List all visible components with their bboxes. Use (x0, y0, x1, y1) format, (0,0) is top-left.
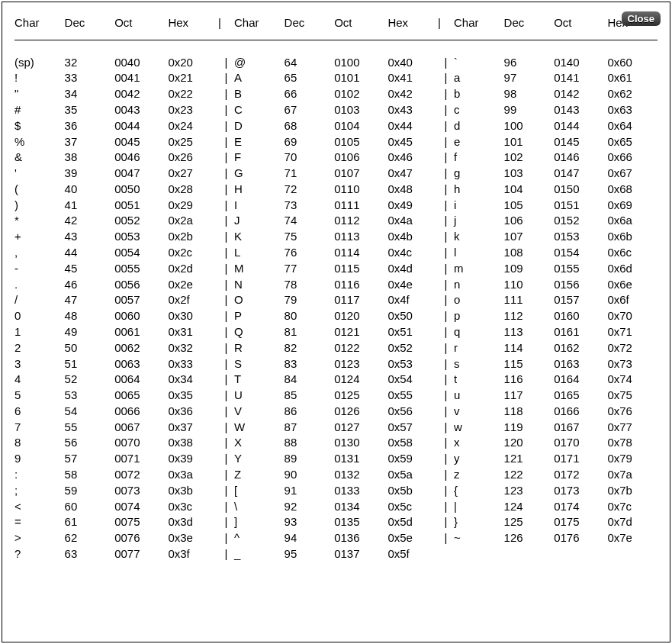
cell-oct: 0106 (334, 149, 387, 165)
col-char: Char (14, 13, 65, 40)
table-row: <6000740x3c|\9201340x5c||12401740x7c (14, 498, 658, 514)
cell-oct: 0144 (554, 118, 607, 134)
cell-char: r (454, 340, 504, 356)
cell-char: Y (234, 450, 285, 466)
cell-char: | (454, 498, 504, 514)
table-row: 85600700x38|X8801300x58|x12001700x78 (14, 435, 658, 451)
cell-hex: 0x39 (168, 450, 218, 466)
cell-oct: 0112 (334, 213, 387, 229)
cell-char: V (234, 403, 285, 419)
cell-char: o (454, 292, 504, 308)
cell-dec: 98 (504, 85, 555, 101)
cell-char: ; (14, 482, 65, 498)
cell-oct: 0166 (554, 403, 607, 419)
cell-char: & (14, 149, 65, 165)
cell-hex: 0x7d (607, 514, 658, 530)
cell-dec: 108 (504, 244, 555, 260)
cell-char: 6 (14, 403, 65, 419)
row-sep: | (218, 54, 234, 70)
cell-char: E (234, 134, 285, 150)
row-sep: | (438, 101, 454, 118)
row-sep: | (438, 514, 454, 530)
table-row: >6200760x3e|^9401360x5e|~12601760x7e (14, 530, 658, 546)
cell-dec: 112 (504, 308, 555, 324)
cell-hex: 0x62 (607, 85, 658, 101)
row-sep: | (218, 482, 234, 498)
row-sep: | (438, 308, 454, 324)
cell-hex: 0x5c (387, 498, 438, 514)
cell-dec: 41 (65, 197, 115, 213)
cell-dec: 86 (285, 403, 335, 419)
cell-dec: 71 (285, 165, 335, 181)
cell-dec: 70 (285, 149, 335, 165)
cell-oct: 0147 (554, 165, 607, 181)
cell-dec: 67 (285, 101, 335, 118)
row-sep: | (218, 356, 234, 372)
cell-dec: 111 (504, 292, 555, 308)
cell-char: x (454, 435, 504, 451)
row-sep: | (438, 260, 454, 276)
cell-hex: 0x50 (387, 308, 438, 324)
cell-char: i (454, 197, 504, 213)
cell-char: D (234, 118, 285, 134)
cell-hex: 0x27 (168, 165, 218, 181)
cell-hex: 0x32 (168, 340, 218, 356)
cell-char: % (14, 134, 65, 150)
cell-hex: 0x4b (387, 228, 438, 244)
cell-oct (554, 546, 607, 562)
cell-hex: 0x5f (387, 546, 438, 562)
cell-dec: 106 (504, 213, 555, 229)
cell-hex: 0x46 (387, 149, 438, 165)
cell-dec: 118 (504, 403, 555, 419)
cell-oct: 0045 (114, 134, 168, 150)
cell-dec: 102 (504, 149, 555, 165)
cell-hex: 0x37 (168, 419, 218, 435)
cell-oct: 0065 (114, 387, 168, 403)
cell-dec: 61 (65, 514, 115, 530)
ascii-table-panel: Close Char Dec Oct Hex | Char Dec Oct He… (2, 2, 670, 642)
row-sep: | (438, 276, 454, 292)
cell-oct: 0153 (554, 228, 607, 244)
cell-oct: 0051 (114, 197, 168, 213)
cell-oct: 0121 (334, 324, 387, 340)
table-row: ?6300770x3f|_9501370x5f (14, 546, 658, 562)
row-sep: | (218, 181, 234, 197)
cell-dec: 39 (65, 165, 115, 181)
table-row: 45200640x34|T8401240x54|t11601640x74 (14, 371, 658, 387)
cell-hex: 0x59 (387, 450, 438, 466)
cell-oct: 0172 (554, 466, 607, 482)
cell-char: ( (14, 181, 65, 197)
cell-hex: 0x63 (607, 101, 658, 118)
close-button[interactable]: Close (622, 11, 661, 26)
cell-char: P (234, 308, 285, 324)
cell-char: * (14, 213, 65, 229)
cell-oct: 0143 (554, 101, 607, 118)
cell-oct: 0053 (114, 228, 168, 244)
cell-oct: 0124 (334, 371, 387, 387)
cell-dec: 110 (504, 276, 555, 292)
cell-char: = (14, 514, 65, 530)
table-row: #3500430x23|C6701030x43|c9901430x63 (14, 101, 658, 118)
cell-char: : (14, 466, 65, 482)
cell-char: k (454, 228, 504, 244)
row-sep: | (218, 260, 234, 276)
cell-oct: 0052 (114, 213, 168, 229)
row-sep: | (438, 181, 454, 197)
cell-hex: 0x40 (387, 54, 438, 70)
row-sep: | (438, 403, 454, 419)
cell-hex: 0x56 (387, 403, 438, 419)
cell-char: 8 (14, 435, 65, 451)
cell-dec: 47 (65, 292, 115, 308)
cell-dec: 85 (285, 387, 335, 403)
cell-dec: 92 (285, 498, 335, 514)
cell-hex: 0x49 (387, 197, 438, 213)
cell-oct: 0113 (334, 228, 387, 244)
row-sep: | (438, 197, 454, 213)
cell-oct: 0150 (554, 181, 607, 197)
cell-oct: 0146 (554, 149, 607, 165)
cell-hex: 0x69 (607, 197, 658, 213)
cell-char: / (14, 292, 65, 308)
table-row: '3900470x27|G7101070x47|g10301470x67 (14, 165, 658, 181)
row-sep: | (218, 149, 234, 165)
cell-char: C (234, 101, 285, 118)
